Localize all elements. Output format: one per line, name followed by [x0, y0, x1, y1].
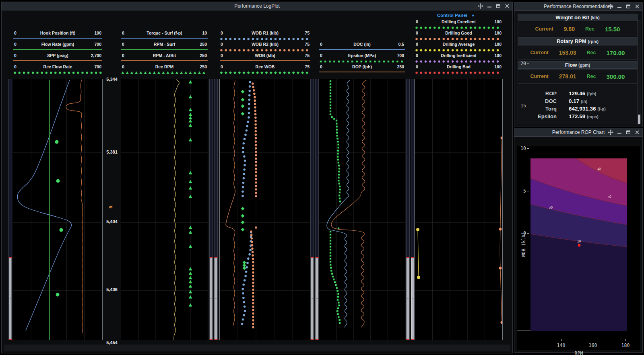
- rop-chart-title: Performance ROP Chart: [552, 129, 605, 135]
- curve-marker-dots: [220, 48, 310, 52]
- scrollbar-thumb[interactable]: [411, 258, 414, 339]
- recommendations-titlebar[interactable]: Performance Recommendations: [514, 2, 642, 11]
- x-tick-label: 140: [555, 343, 567, 348]
- curve-marker-diamonds: [220, 71, 310, 75]
- curve-max: 250: [397, 64, 404, 69]
- curve-label: Drilling Inefficient: [415, 53, 502, 58]
- window-close-icon[interactable]: [634, 129, 640, 135]
- curve-max: 700: [94, 64, 101, 69]
- recommendations-body: Weight on Bit (klb)Current9.60Rec15.50Ro…: [514, 11, 642, 127]
- curve-marker-dots: [220, 37, 310, 41]
- curve-label: Flow Rate (gpm): [13, 42, 102, 47]
- stat-label: Epsilon: [508, 113, 557, 119]
- scrollbar-thumb[interactable]: [407, 258, 409, 339]
- depth-axis-unit: ft: [108, 205, 113, 208]
- header-text: 0Rec Flow Rate700: [13, 64, 102, 70]
- window-close-icon[interactable]: [634, 4, 640, 9]
- track-scrollbar[interactable]: [8, 79, 12, 340]
- control-panel-label: Control Panel: [437, 13, 467, 18]
- section-header-1: Rotary RPM (rpm): [518, 37, 638, 45]
- track-scrollbar[interactable]: [209, 79, 213, 340]
- curve-label: Epsilon (MPa): [319, 53, 405, 58]
- header-text: 0Drilling Inefficient100: [415, 53, 502, 59]
- stat-unit: (f-p): [597, 107, 605, 111]
- track-performance-plot: [319, 79, 405, 341]
- stat-value: 0.17 (in): [569, 98, 587, 104]
- section-title: Weight on Bit: [555, 14, 590, 21]
- x-tick-label: 160: [587, 343, 599, 348]
- track-drilling-quality-header-0: 0Drilling Excellent100: [415, 19, 502, 30]
- header-text: 0Torque - Surf (f-p)10: [121, 31, 208, 36]
- window-move-icon[interactable]: [608, 129, 613, 135]
- scrollbar-thumb[interactable]: [9, 258, 12, 339]
- recommendations-scrollbar[interactable]: [637, 20, 641, 125]
- section-header-2: Flow (gpm): [518, 61, 638, 69]
- scrollbar-grip: [316, 298, 318, 300]
- scrollbar-grip: [211, 298, 212, 300]
- curve-max: 100: [494, 53, 502, 58]
- curve-marker-line: [13, 60, 102, 61]
- curve-max: 100: [494, 31, 502, 35]
- window-move-icon[interactable]: [608, 4, 613, 9]
- rop-chart-titlebar[interactable]: Performance ROP Chart: [514, 128, 642, 137]
- header-text: 0WOB (klb)75: [220, 53, 310, 59]
- window-minimize-icon[interactable]: [617, 129, 622, 135]
- stat-value: 129.46 (fph): [569, 90, 596, 96]
- curve-label: Rec Flow Rate: [13, 64, 102, 69]
- curve-label: RPM - AtBit: [121, 53, 208, 58]
- track-drilling-quality-header-2: 0Drilling Average100: [415, 41, 502, 53]
- window-maximize-icon[interactable]: [625, 129, 631, 135]
- control-panel-dropdown[interactable]: Control Panel▼: [437, 13, 475, 18]
- track-scrollbar[interactable]: [315, 79, 319, 340]
- scrollbar-grip: [215, 298, 217, 300]
- rop-chart-canvas: 1020304005101520140160180RPMWOB (klb): [517, 146, 640, 350]
- section-values-1: Current153.03Rec170.00: [518, 45, 638, 60]
- y-tick-label: 5: [516, 188, 526, 194]
- track-wob-plot: [220, 79, 310, 341]
- window-minimize-icon[interactable]: [617, 4, 622, 9]
- track-scrollbar[interactable]: [310, 79, 314, 340]
- track-hydraulics-header-0: 0Hook Position (ft)100: [13, 30, 102, 41]
- window-maximize-icon[interactable]: [625, 4, 631, 9]
- current-value: 153.03: [559, 49, 576, 56]
- depth-label: 5,454: [103, 340, 121, 345]
- header-text: 0Hook Position (ft)100: [13, 31, 102, 36]
- curve-label: Drilling Excellent: [415, 19, 502, 24]
- track-drilling-quality-header-1: 0Drilling Good100: [415, 30, 502, 41]
- depth-label: 5,381: [103, 150, 121, 154]
- curve-label: Rec WOB: [220, 64, 310, 69]
- track-drilling-quality: [415, 79, 503, 340]
- curve-marker-line: [121, 60, 208, 61]
- curve-max: 75: [305, 53, 310, 58]
- scrollbar-thumb[interactable]: [311, 258, 314, 339]
- track-rotary-header-1: 0RPM - Surf250: [121, 41, 208, 53]
- stat-row-epsilon: Epsilon172.59 (mpa): [518, 113, 637, 121]
- scrollbar-grip: [10, 298, 11, 300]
- section-unit: (klb): [590, 15, 599, 20]
- header-text: 0Drilling Average100: [415, 42, 502, 47]
- stat-row-doc: DOC0.17 (in): [518, 98, 637, 106]
- curve-marker-line: [319, 49, 405, 50]
- track-performance-header-1: 0Epsilon (MPa)700: [319, 53, 405, 64]
- curve-marker-line: [13, 49, 102, 50]
- scroll-down-thumb[interactable]: [638, 115, 640, 124]
- header-text: 0WOB R1 (klb)75: [220, 31, 310, 36]
- track-scrollbar[interactable]: [411, 79, 415, 340]
- recommendations-title: Performance Recommendations: [544, 4, 613, 9]
- curve-label: Drilling Average: [415, 42, 502, 47]
- scrollbar-thumb[interactable]: [210, 258, 213, 339]
- current-value: 278.01: [559, 73, 576, 80]
- scrollbar-thumb[interactable]: [215, 258, 217, 339]
- x-tick-label: 180: [619, 343, 632, 348]
- stat-unit: (in): [581, 99, 587, 104]
- track-scrollbar[interactable]: [406, 79, 410, 340]
- track-scrollbar[interactable]: [214, 79, 218, 340]
- stat-row-torq: Torq642,931.36 (f-p): [518, 106, 637, 113]
- curve-max: 100: [494, 64, 502, 69]
- curve-max: 10: [202, 31, 207, 35]
- depth-label: 5,436: [103, 287, 121, 292]
- section-header-0: Weight on Bit (klb): [518, 14, 638, 21]
- section-title: Rotary RPM: [557, 38, 588, 44]
- section-values-2: Current278.01Rec300.00: [518, 69, 638, 84]
- scrollbar-thumb[interactable]: [316, 258, 318, 339]
